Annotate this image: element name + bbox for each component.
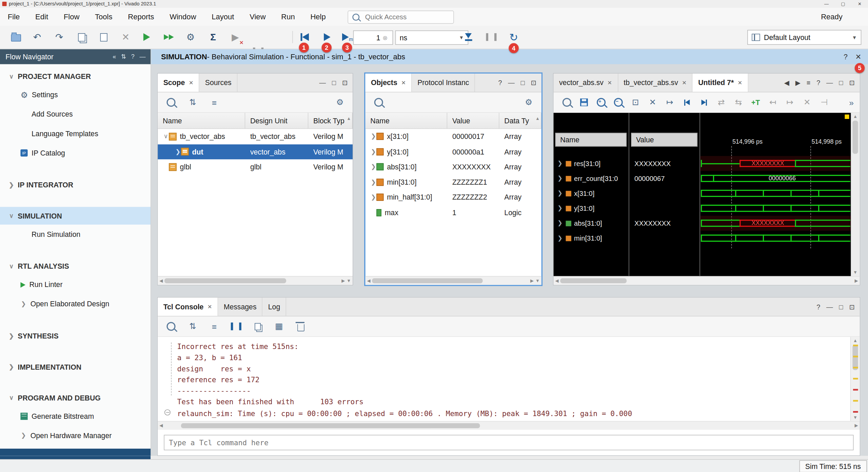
scroll-down-icon[interactable]: ▼ — [853, 270, 857, 275]
object-row-x[interactable]: ❯x[31:0] 00000017 Array — [366, 129, 541, 144]
menu-help[interactable]: Help — [303, 8, 334, 26]
float-panel-icon[interactable]: ⊡ — [849, 303, 854, 311]
wave-row-res[interactable]: ❯res[31:0] — [554, 156, 628, 171]
marker-flag-icon[interactable] — [845, 115, 849, 119]
scroll-right-icon[interactable]: ▶ — [855, 278, 858, 283]
add-marker-icon[interactable]: +T — [750, 96, 762, 108]
word-wrap-icon[interactable]: ▦ — [273, 320, 285, 332]
sidebar-item-generate-bitstream[interactable]: Generate Bitstream — [0, 407, 151, 426]
tab-tcl-console[interactable]: Tcl Console ✕ — [158, 297, 218, 316]
chevron-down-icon[interactable]: ∨ — [163, 133, 169, 140]
scroll-up-icon[interactable]: ▲ — [854, 338, 856, 343]
table-row-tb-vector-abs[interactable]: ∨tb_vector_abs tb_vector_abs Verilog M — [158, 129, 353, 144]
help-icon[interactable]: ? — [131, 53, 135, 60]
scroll-thumb[interactable] — [372, 278, 483, 283]
expand-collapse-icon[interactable]: ⇅ — [121, 53, 126, 60]
delete-button[interactable]: ✕ — [119, 30, 132, 44]
help-icon[interactable]: ? — [844, 53, 848, 61]
quick-access-input[interactable] — [364, 13, 438, 21]
close-tab-icon[interactable]: ✕ — [738, 80, 743, 86]
pause-output-icon[interactable] — [230, 320, 242, 332]
remove-cursor-icon[interactable]: ✕ — [647, 96, 659, 108]
copy-output-icon[interactable] — [251, 320, 263, 332]
tab-log[interactable]: Log — [262, 297, 286, 316]
fold-toggle-icon[interactable] — [164, 409, 171, 415]
run-all-button[interactable] — [320, 30, 334, 44]
menu-reports[interactable]: Reports — [120, 8, 162, 26]
object-row-min[interactable]: ❯min[31:0] ZZZZZZZ1 Array — [366, 175, 541, 190]
sidebar-section-implementation[interactable]: ❯ IMPLEMENTATION — [0, 358, 151, 375]
float-panel-icon[interactable]: ⊡ — [531, 79, 536, 87]
scroll-down-icon[interactable]: ▼ — [535, 278, 540, 283]
tab-sources[interactable]: Sources — [199, 74, 237, 92]
menu-window[interactable]: Window — [162, 8, 204, 26]
menu-tools[interactable]: Tools — [87, 8, 120, 26]
menu-run[interactable]: Run — [273, 8, 302, 26]
wave-row-abs[interactable]: ❯abs[31:0] — [554, 216, 628, 231]
tab-protocol-instances[interactable]: Protocol Instanc — [412, 74, 475, 92]
search-icon[interactable] — [165, 96, 177, 108]
float-panel-icon[interactable]: ⊡ — [849, 79, 854, 87]
run-for-time-button[interactable]: m — [341, 30, 354, 44]
help-icon[interactable]: ? — [498, 79, 502, 87]
panel-settings-gear-icon[interactable]: ⚙ — [522, 96, 535, 108]
minimize-panel-icon[interactable]: — — [139, 53, 145, 60]
table-row-dut-selected[interactable]: ❯dut vector_abs Verilog M — [158, 144, 353, 159]
menu-file[interactable]: File — [0, 8, 27, 26]
menu-edit[interactable]: Edit — [27, 8, 56, 26]
previous-transition-icon[interactable] — [681, 96, 693, 108]
restart-simulation-button[interactable] — [298, 30, 311, 44]
wave-row-x[interactable]: ❯x[31:0] — [554, 186, 628, 201]
minimize-panel-icon[interactable]: — — [508, 79, 515, 87]
layout-selector[interactable]: Default Layout ▼ — [747, 30, 861, 45]
tab-messages[interactable]: Messages — [218, 297, 262, 316]
column-value[interactable]: Value — [447, 113, 499, 128]
chevron-right-icon[interactable]: ❯ — [370, 179, 376, 186]
chevron-right-icon[interactable]: ❯ — [557, 160, 563, 167]
chevron-right-icon[interactable]: ❯ — [370, 194, 376, 201]
toolbar-overflow-icon[interactable]: » — [845, 96, 857, 108]
column-name[interactable]: Name — [366, 113, 448, 128]
sim-time-input[interactable] — [354, 33, 381, 42]
wave-row-min[interactable]: ❯min[31:0] — [554, 231, 628, 246]
prev-tab-icon[interactable]: ◀ — [784, 79, 789, 87]
minimize-panel-icon[interactable]: — — [826, 303, 833, 311]
chevron-right-icon[interactable]: ❯ — [557, 190, 563, 197]
next-transition-icon[interactable] — [698, 96, 710, 108]
help-icon[interactable]: ? — [816, 79, 820, 87]
tab-list-icon[interactable]: ≡ — [807, 79, 810, 87]
sidebar-section-ip-integrator[interactable]: ❯ IP INTEGRATOR — [0, 176, 151, 193]
sidebar-item-open-elaborated-design[interactable]: ❯ Open Elaborated Design — [0, 294, 151, 314]
scroll-up-icon[interactable]: ▲ — [347, 116, 351, 121]
collapse-all-icon[interactable]: ⇅ — [186, 320, 199, 332]
scroll-thumb[interactable] — [164, 278, 286, 283]
wave-row-y[interactable]: ❯y[31:0] — [554, 201, 628, 216]
wave-horizontal-scrollbar[interactable]: ◀ ▶ — [554, 276, 860, 285]
sidebar-section-rtl-analysis[interactable]: ∨ RTL ANALYSIS — [0, 257, 151, 275]
sidebar-section-synthesis[interactable]: ❯ SYNTHESIS — [0, 327, 151, 345]
tcl-command-input[interactable] — [164, 435, 853, 450]
tab-untitled-7[interactable]: Untitled 7* ✕ — [693, 74, 748, 92]
search-icon[interactable] — [165, 320, 177, 332]
report-button[interactable]: Σ — [206, 30, 220, 44]
close-tab-icon[interactable]: ✕ — [607, 80, 612, 86]
sim-time-field[interactable]: ⊗ — [353, 30, 393, 45]
clear-field-icon[interactable]: ⊗ — [382, 34, 388, 41]
tab-scope[interactable]: Scope ✕ — [158, 74, 199, 92]
scroll-down-icon[interactable]: ▼ — [854, 415, 856, 420]
wave-row-err-count[interactable]: ❯err_count[31:0 — [554, 171, 628, 186]
dock-icon[interactable]: « — [113, 53, 116, 60]
scroll-thumb[interactable] — [181, 423, 480, 428]
wave-plot-area[interactable]: 514,996 ps 514,998 ps XXXXXXXX — [700, 113, 851, 276]
close-tab-icon[interactable]: ✕ — [189, 80, 194, 86]
search-icon[interactable] — [373, 96, 385, 108]
open-project-button[interactable] — [9, 30, 23, 44]
restart-button[interactable]: ↻ — [507, 30, 520, 44]
time-unit-select[interactable]: ns ▼ — [395, 30, 469, 45]
chevron-right-icon[interactable]: ❯ — [370, 133, 376, 140]
relaunch-button[interactable] — [462, 30, 475, 44]
copy-button[interactable] — [75, 30, 88, 44]
chevron-right-icon[interactable]: ❯ — [557, 175, 563, 182]
table-row-glbl[interactable]: glbl glbl Verilog M — [158, 159, 353, 175]
search-icon[interactable] — [561, 96, 573, 108]
